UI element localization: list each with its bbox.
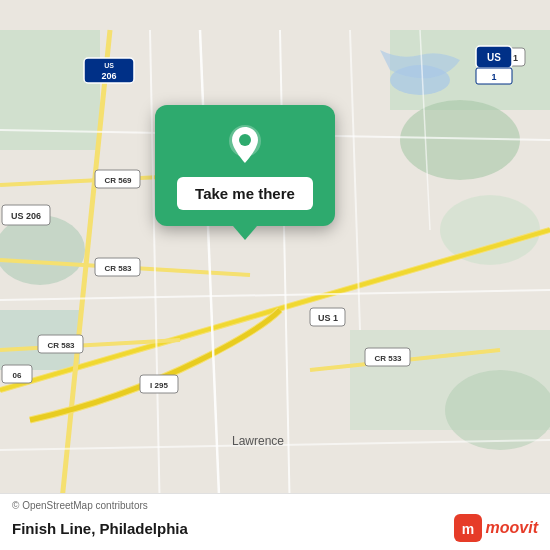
svg-text:I 295: I 295 xyxy=(150,381,168,390)
svg-text:CR 569: CR 569 xyxy=(104,176,132,185)
moovit-icon: m xyxy=(454,514,482,542)
map-attribution: © OpenStreetMap contributors xyxy=(12,500,538,511)
svg-text:CR 533: CR 533 xyxy=(374,354,402,363)
location-name: Finish Line, Philadelphia xyxy=(12,520,188,537)
location-popup: Take me there xyxy=(155,105,335,226)
svg-text:US 1: US 1 xyxy=(318,313,338,323)
map-container: US 206 US 1 US 1 US 206 06 CR 569 CR 583… xyxy=(0,0,550,550)
moovit-brand-text: moovit xyxy=(486,519,538,537)
svg-text:US: US xyxy=(487,52,501,63)
take-me-there-button[interactable]: Take me there xyxy=(177,177,313,210)
svg-text:US: US xyxy=(104,62,114,69)
svg-text:206: 206 xyxy=(101,71,116,81)
svg-text:Lawrence: Lawrence xyxy=(232,434,284,448)
svg-text:US 206: US 206 xyxy=(11,211,41,221)
svg-point-3 xyxy=(440,195,540,265)
svg-point-7 xyxy=(445,370,550,450)
svg-point-53 xyxy=(239,134,251,146)
svg-text:06: 06 xyxy=(13,371,22,380)
svg-text:m: m xyxy=(461,521,473,537)
location-row: Finish Line, Philadelphia m moovit xyxy=(12,514,538,542)
location-pin-icon xyxy=(223,123,267,167)
svg-text:CR 583: CR 583 xyxy=(47,341,75,350)
map-roads: US 206 US 1 US 1 US 206 06 CR 569 CR 583… xyxy=(0,0,550,550)
moovit-logo: m moovit xyxy=(454,514,538,542)
svg-text:1: 1 xyxy=(491,72,496,82)
svg-text:CR 583: CR 583 xyxy=(104,264,132,273)
bottom-bar: © OpenStreetMap contributors Finish Line… xyxy=(0,493,550,550)
